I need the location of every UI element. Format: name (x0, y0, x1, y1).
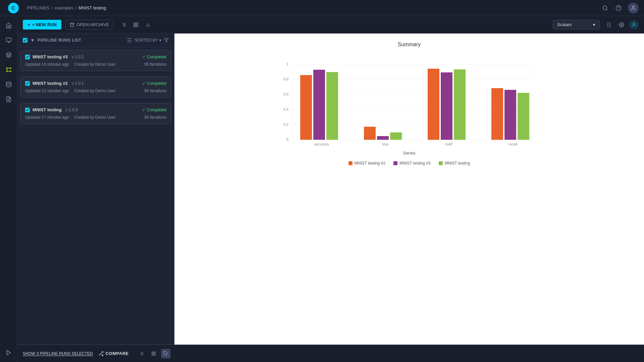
show-selected-link[interactable]: SHOW 3 PIPELINE RUNS SELECTED (23, 351, 93, 356)
run-1-updated: Updated 17 minutes ago (25, 115, 69, 120)
sorted-by-label: SORTED BY (135, 38, 158, 43)
legend-label-3: MNIST testing #3 (399, 161, 430, 166)
chart-container: 0 0.2 0.4 0.6 0.8 1 (278, 54, 540, 166)
panel-settings-icon[interactable] (127, 38, 132, 43)
sort-arrow-icon: ▾ (159, 38, 161, 43)
breadcrumb-examples[interactable]: examples (55, 5, 73, 10)
run-1-created-by: Created by Demo User (74, 115, 116, 120)
breadcrumb-pipelines[interactable]: PIPELINES (27, 5, 49, 10)
run-3-name: MNIST testing #3 (33, 54, 68, 59)
settings-icon[interactable] (616, 20, 627, 30)
legend-dot-2 (348, 161, 353, 165)
run-3-checkbox[interactable] (25, 55, 30, 59)
user-avatar[interactable] (628, 3, 639, 13)
legend-item-3: MNIST testing #3 (393, 161, 430, 166)
legend-dot-3 (393, 161, 397, 165)
run-item-header: MNIST testing v 1.0.0 ✓ Completed (25, 107, 166, 112)
app-logo[interactable]: C (8, 3, 19, 13)
svg-marker-55 (164, 39, 168, 42)
svg-rect-73 (377, 136, 389, 140)
svg-text:0: 0 (286, 137, 288, 141)
grid-view-icon[interactable] (131, 20, 141, 30)
list-view-icon[interactable] (119, 20, 129, 30)
svg-point-0 (603, 6, 607, 10)
chart-view-icon[interactable] (143, 20, 153, 30)
user-menu-icon[interactable] (629, 20, 639, 29)
svg-rect-68 (300, 75, 312, 140)
svg-rect-82 (518, 93, 529, 140)
compare-icon (98, 351, 104, 356)
run-item[interactable]: MNIST testing v 1.0.0 ✓ Completed Update… (20, 103, 171, 124)
bottom-list-view-icon[interactable] (137, 349, 146, 358)
scalars-dropdown[interactable]: Scalars ▾ (553, 20, 600, 29)
expand-icon[interactable]: ▼ (30, 38, 35, 43)
run-1-status: ✓ Completed (142, 108, 166, 112)
run-1-checkbox[interactable] (25, 108, 30, 112)
bottom-view-icons (137, 349, 170, 358)
nav-datasets[interactable] (2, 78, 15, 91)
new-run-label: + NEW RUN (32, 22, 57, 27)
run-1-status-label: Completed (147, 108, 166, 112)
svg-point-16 (6, 82, 11, 84)
svg-point-12 (10, 71, 11, 72)
svg-point-44 (621, 24, 622, 25)
svg-point-9 (6, 68, 7, 69)
svg-rect-93 (154, 352, 155, 353)
run-item[interactable]: MNIST testing #3 v 1.0.2 ✓ Completed Upd… (20, 50, 171, 71)
nav-reports[interactable] (2, 93, 15, 106)
svg-rect-20 (70, 23, 74, 23)
svg-rect-69 (313, 70, 325, 140)
run-item[interactable]: MNIST testing #2 v 1.0.1 ✓ Completed Upd… (20, 76, 171, 98)
svg-rect-78 (454, 69, 466, 140)
run-item-header: MNIST testing #3 v 1.0.2 ✓ Completed (25, 54, 166, 59)
open-archive-button[interactable]: OPEN ARCHIVE (65, 20, 114, 29)
sorted-by-button[interactable]: SORTED BY ▾ (135, 38, 161, 43)
breadcrumb-current: MNIST testing (78, 5, 106, 10)
filter-icon[interactable] (164, 38, 169, 43)
svg-text:0.2: 0.2 (283, 122, 288, 126)
legend-label-2: MNIST testing #2 (355, 161, 385, 166)
breadcrumb: PIPELINES / examples / MNIST testing (27, 5, 106, 10)
columns-settings-icon[interactable] (604, 20, 614, 30)
run-2-meta: Updated 12 minutes ago Created by Demo U… (25, 88, 166, 93)
run-3-version: v 1.0.2 (72, 55, 84, 59)
search-icon[interactable] (601, 4, 609, 12)
legend-item-1: MNIST testing (439, 161, 470, 166)
nav-pipelines[interactable] (2, 63, 15, 76)
svg-text:0.8: 0.8 (283, 77, 288, 81)
svg-rect-76 (428, 69, 439, 140)
bottom-grid-view-icon[interactable] (149, 349, 158, 358)
select-all-checkbox[interactable] (23, 38, 28, 43)
svg-line-1 (606, 9, 607, 10)
compare-button[interactable]: COMPARE (98, 351, 129, 356)
run-3-updated: Updated 10 minutes ago (25, 62, 69, 67)
nav-home[interactable] (2, 19, 15, 32)
new-run-button[interactable]: + + NEW RUN (23, 20, 61, 29)
top-header: C PIPELINES / examples / MNIST testing (0, 0, 644, 16)
toolbar-right-icons (604, 20, 639, 30)
svg-rect-81 (504, 90, 516, 140)
run-2-created-by: Created by Demo User (74, 88, 116, 93)
help-icon[interactable] (614, 4, 623, 12)
breadcrumb-sep1: / (51, 5, 53, 10)
run-3-iterations: 99 Iterations (144, 62, 166, 67)
run-item-header: MNIST testing #2 v 1.0.1 ✓ Completed (25, 81, 166, 86)
svg-text:0.4: 0.4 (283, 107, 288, 111)
svg-marker-19 (7, 350, 10, 355)
legend-item-2: MNIST testing #2 (348, 161, 385, 166)
nav-experiments[interactable] (2, 34, 15, 47)
split-pane: ▼ PIPELINE RUNS LIST SORTED BY ▾ MNIST t… (17, 34, 644, 345)
breadcrumb-sep2: / (75, 5, 76, 10)
svg-rect-5 (6, 38, 11, 42)
nav-models[interactable] (2, 48, 15, 62)
bar-chart: 0 0.2 0.4 0.6 0.8 1 (278, 54, 540, 148)
run-1-meta: Updated 17 minutes ago Created by Demo U… (25, 115, 166, 120)
run-2-checkbox[interactable] (25, 81, 30, 86)
bottom-tag-icon[interactable] (161, 349, 170, 358)
run-2-name: MNIST testing #2 (33, 81, 68, 86)
chart-series-label: Series MNIST testing #2 MNIST testing #3 (278, 150, 540, 166)
svg-text:mAP: mAP (445, 142, 453, 146)
svg-point-45 (633, 23, 635, 24)
svg-rect-80 (491, 88, 503, 140)
nav-deploy[interactable] (2, 346, 15, 359)
